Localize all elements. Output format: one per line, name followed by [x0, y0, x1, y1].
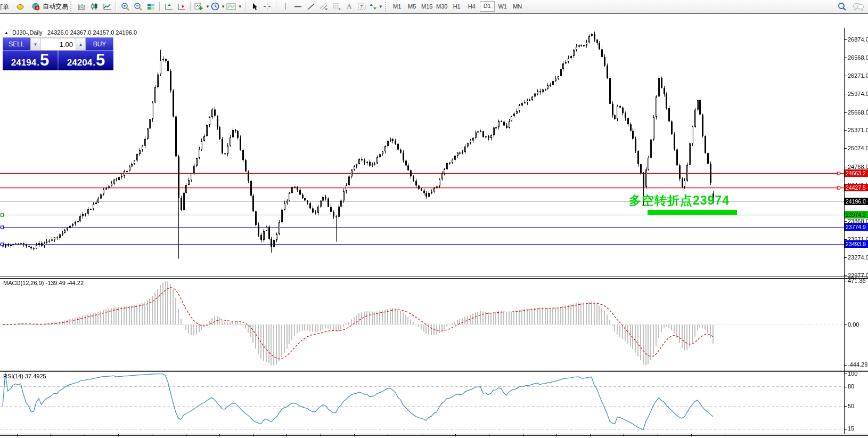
- one-click-trade-panel: SELL ▼ 1.00 ▲ BUY 24194 . 5 24204 . 5: [3, 37, 113, 70]
- collapse-arrow-icon[interactable]: ▲: [4, 30, 9, 35]
- timeframe-h1[interactable]: H1: [450, 2, 464, 11]
- equidistant-channel-tool-icon[interactable]: E: [318, 1, 330, 12]
- search-icon[interactable]: [836, 1, 848, 12]
- horizontal-line-tool-icon[interactable]: [292, 1, 304, 12]
- chart-canvas[interactable]: [0, 14, 868, 438]
- main-toolbar: 订单 自动交易 ▼ ▼ ▼ E F A T ▼ M1 M5 M15 M30 H1…: [0, 0, 868, 13]
- macd-axis-max: 471.36: [848, 278, 866, 284]
- chart-window: 26874.026568.026271.025974.025668.025371…: [0, 13, 868, 438]
- bar-chart-icon[interactable]: [76, 1, 87, 12]
- dropdown-caret: ▼: [206, 4, 210, 9]
- symbol-header: ▲ DJ30-,Daily 24326.0 24367.0 24157.0 24…: [4, 29, 137, 36]
- dropdown-caret: ▼: [379, 4, 383, 9]
- zoom-in-icon[interactable]: [119, 1, 131, 12]
- buy-price-pip: 5: [96, 53, 105, 68]
- buy-price-dot: .: [93, 58, 95, 68]
- toolbar-separator: [116, 2, 117, 11]
- symbol-title: DJ30-,Daily: [12, 29, 43, 36]
- tile-windows-icon[interactable]: [145, 1, 157, 12]
- timeframe-m5[interactable]: M5: [405, 2, 419, 11]
- cursor-icon[interactable]: [249, 1, 260, 12]
- svg-text:F: F: [339, 7, 341, 11]
- sell-price[interactable]: 24194 . 5: [3, 51, 58, 70]
- text-tool-icon[interactable]: A: [343, 1, 355, 12]
- timeframe-mn[interactable]: MN: [511, 2, 525, 11]
- new-chart-icon[interactable]: ▼: [194, 1, 210, 12]
- vertical-line-tool-icon[interactable]: [280, 1, 291, 12]
- symbol-ohlc: 24326.0 24367.0 24157.0 24196.0: [47, 29, 137, 36]
- timeframe-m30[interactable]: M30: [435, 2, 449, 11]
- timeframe-m15[interactable]: M15: [420, 2, 434, 11]
- volume-increase-button[interactable]: ▲: [76, 38, 86, 51]
- arrows-tool-icon[interactable]: ▼: [369, 1, 383, 12]
- auto-trading-label[interactable]: 自动交易: [43, 1, 68, 12]
- price-row: 24194 . 5 24204 . 5: [3, 51, 113, 70]
- timeframe-d1[interactable]: D1: [480, 1, 495, 12]
- sell-price-int: 24194: [11, 58, 36, 68]
- toolbar-separator: [245, 2, 246, 11]
- chat-icon[interactable]: [853, 1, 864, 12]
- auto-trading-icon[interactable]: [30, 1, 42, 12]
- crosshair-icon[interactable]: [261, 1, 273, 12]
- new-order-button[interactable]: 订单: [1, 1, 13, 12]
- volume-strip: ▼ 1.00 ▲: [30, 37, 86, 51]
- buy-price[interactable]: 24204 . 5: [59, 51, 113, 70]
- volume-input[interactable]: 1.00: [40, 38, 76, 51]
- chart-period-clock-icon[interactable]: ▼: [211, 1, 225, 12]
- zoom-out-icon[interactable]: [132, 1, 144, 12]
- buy-button[interactable]: BUY: [86, 37, 113, 51]
- sell-button[interactable]: SELL: [3, 37, 30, 51]
- macd-label: MACD(12,26,9) -139.49 -44.22: [3, 280, 84, 286]
- dropdown-caret: ▼: [221, 4, 225, 9]
- rsi-label: RSI(14) 37.4925: [3, 373, 46, 379]
- candlestick-chart-icon[interactable]: [88, 1, 100, 12]
- annotation-text[interactable]: 多空转折点23974: [629, 192, 730, 209]
- rsi-axis-80: 80: [848, 383, 854, 390]
- timeframe-w1[interactable]: W1: [496, 2, 510, 11]
- timeframe-h4[interactable]: H4: [465, 2, 479, 11]
- dropdown-caret: ▼: [238, 4, 242, 9]
- timeframe-m1[interactable]: M1: [390, 2, 404, 11]
- sell-price-pip: 5: [40, 53, 49, 68]
- macd-axis-zero: 0.00: [848, 321, 859, 328]
- toolbar-grip: [70, 2, 73, 11]
- auto-scroll-icon[interactable]: [176, 1, 187, 12]
- rsi-axis-50: 50: [848, 403, 854, 409]
- toolbar-separator: [159, 2, 160, 11]
- line-chart-icon[interactable]: [101, 1, 113, 12]
- indicators-template-icon[interactable]: ▼: [226, 1, 242, 12]
- label-tool-icon[interactable]: T: [356, 1, 368, 12]
- sell-price-dot: .: [37, 58, 39, 68]
- toolbar-separator: [190, 2, 191, 11]
- toolbar-separator: [276, 2, 277, 11]
- gold-seal-icon[interactable]: [14, 1, 26, 12]
- toolbar-grip: [385, 2, 388, 11]
- rsi-axis-100: 100: [848, 370, 857, 377]
- volume-decrease-button[interactable]: ▼: [30, 38, 40, 51]
- svg-text:E: E: [325, 7, 327, 11]
- fibonacci-tool-icon[interactable]: F: [331, 1, 342, 12]
- chart-shift-icon[interactable]: [163, 1, 175, 12]
- buy-price-int: 24204: [67, 58, 92, 68]
- trendline-tool-icon[interactable]: [305, 1, 317, 12]
- rsi-axis-15: 15: [848, 425, 854, 432]
- new-order-label: 订单: [1, 3, 9, 12]
- macd-axis-min: -444.29: [848, 361, 867, 368]
- svg-text:T: T: [361, 4, 364, 10]
